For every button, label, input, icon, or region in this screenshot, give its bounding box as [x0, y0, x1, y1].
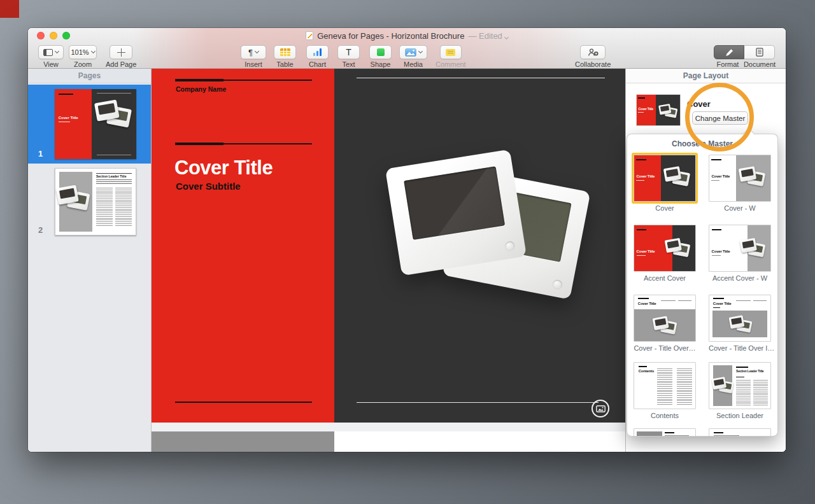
sidebar-header: Pages	[28, 69, 151, 83]
format-button[interactable]	[714, 45, 744, 59]
master-option-partial-right[interactable]	[709, 428, 771, 437]
edited-status[interactable]: — Edited	[468, 31, 507, 41]
master-option-partial-left[interactable]	[634, 428, 696, 437]
toolbar-format-document-group: Format Document	[712, 45, 776, 68]
current-master-thumbnail: Cover Title	[636, 94, 681, 126]
cover-red-panel[interactable]: Company Name Cover Title Cover Subtitle	[152, 69, 334, 423]
master-option-cover-title-over-image[interactable]: Cover Title Cover - Title Over I…	[709, 295, 771, 352]
popover-title: Choose a Master	[627, 139, 777, 148]
chevron-down-icon	[504, 34, 509, 39]
close-button[interactable]	[37, 32, 45, 39]
pilcrow-icon: ¶	[248, 48, 253, 57]
slides-image-icon	[56, 184, 91, 213]
toolbar-text[interactable]: T Text	[337, 45, 360, 68]
pages-app-window: Geneva for Pages - Horizontal Brochure —…	[28, 28, 786, 452]
page-1-thumbnail[interactable]: Cover Title	[55, 89, 136, 159]
format-label: Format	[712, 60, 743, 68]
master-option-cover-w[interactable]: Cover Title Cover - W	[709, 155, 771, 212]
media-photo-icon	[405, 48, 416, 57]
photo-icon	[596, 405, 606, 412]
master-option-accent-cover-w[interactable]: Cover Title Accent Cover - W	[709, 225, 771, 282]
chevron-down-icon	[418, 49, 422, 53]
slides-image-icon	[94, 98, 133, 130]
cover-title-text[interactable]: Cover Title	[174, 157, 273, 179]
traffic-lights	[37, 32, 70, 39]
document-label: Document	[743, 60, 776, 68]
text-icon: T	[346, 48, 351, 57]
chevron-down-icon	[91, 49, 96, 53]
titlebar: Geneva for Pages - Horizontal Brochure —…	[28, 28, 786, 43]
chevron-down-icon	[255, 49, 259, 53]
toolbar-shape[interactable]: Shape	[369, 45, 392, 68]
window-chrome: Geneva for Pages - Horizontal Brochure —…	[28, 28, 786, 69]
minimize-button[interactable]	[50, 32, 57, 39]
page-2-number: 2	[38, 225, 43, 235]
zoom-level-value: 101%	[71, 48, 89, 56]
comment-icon	[446, 49, 455, 56]
document-button[interactable]	[744, 45, 775, 59]
zoom-window-button[interactable]	[62, 32, 70, 39]
shape-icon	[377, 48, 385, 56]
master-option-contents[interactable]: Contents Contents	[634, 362, 696, 419]
page-gap	[152, 423, 625, 431]
page-thumbnail-row-1[interactable]: Cover Title 1	[28, 85, 151, 164]
view-sidebar-icon	[43, 49, 53, 56]
document-title-text: Geneva for Pages - Horizontal Brochure	[317, 31, 464, 41]
media-placeholder-button[interactable]	[592, 400, 609, 417]
chevron-down-icon	[55, 49, 59, 53]
master-option-accent-cover[interactable]: Cover Title Accent Cover	[634, 225, 696, 282]
slides-placeholder-image[interactable]	[390, 155, 588, 333]
thumb-dark-panel	[92, 89, 136, 159]
document-proxy-icon	[306, 31, 313, 40]
desktop: Geneva for Pages - Horizontal Brochure —…	[0, 0, 815, 504]
toolbar-add-page[interactable]: Add Page	[106, 45, 136, 68]
toolbar: View 101% Zoom Add Page ¶ Insert Table	[28, 43, 786, 69]
choose-master-popover: Choose a Master Cover Title Cover	[627, 134, 778, 437]
toolbar-collaborate[interactable]: Collaborate	[575, 45, 611, 68]
format-paintbrush-icon	[724, 48, 735, 57]
toolbar-media[interactable]: Media	[399, 45, 427, 68]
current-master-label: Cover	[687, 99, 711, 109]
toolbar-insert[interactable]: ¶ Insert	[241, 45, 266, 68]
document-icon	[756, 48, 763, 57]
pages-sidebar: Pages Cover Title	[28, 69, 152, 452]
cover-image-panel[interactable]	[334, 69, 625, 423]
thumb-red-panel: Cover Title	[55, 89, 92, 159]
page-2-thumbnail[interactable]: Section Leader Title	[55, 168, 136, 235]
document-canvas: Company Name Cover Title Cover Subtitle	[152, 69, 625, 452]
collaborate-person-icon	[586, 48, 599, 57]
change-master-button[interactable]: Change Master	[692, 111, 748, 125]
company-name-text[interactable]: Company Name	[176, 85, 226, 93]
plus-icon	[117, 48, 125, 57]
window-title: Geneva for Pages - Horizontal Brochure —…	[306, 31, 508, 41]
toolbar-table[interactable]: Table	[274, 45, 296, 68]
desktop-wallpaper-corner	[0, 0, 19, 18]
page-2-spread-top[interactable]	[152, 431, 625, 452]
toolbar-zoom[interactable]: 101% Zoom	[69, 45, 97, 68]
page-1-spread: Company Name Cover Title Cover Subtitle	[152, 69, 625, 423]
page-1-number: 1	[38, 149, 43, 158]
master-option-section-leader[interactable]: Section Leader Title Section Leader	[709, 362, 771, 419]
toolbar-view[interactable]: View	[38, 45, 64, 68]
slides-image-icon	[658, 103, 678, 120]
inspector-header: Page Layout	[626, 69, 786, 83]
toolbar-chart[interactable]: Chart	[306, 45, 329, 68]
master-option-cover[interactable]: Cover Title Cover	[634, 155, 696, 212]
toolbar-comment[interactable]: Comment	[436, 45, 466, 68]
cover-subtitle-text[interactable]: Cover Subtitle	[176, 181, 241, 192]
thumb-gray-panel	[59, 172, 92, 232]
chart-icon	[313, 48, 322, 56]
table-icon	[280, 48, 290, 56]
master-option-cover-title-over[interactable]: Cover Title Cover - Title Over…	[634, 295, 696, 352]
